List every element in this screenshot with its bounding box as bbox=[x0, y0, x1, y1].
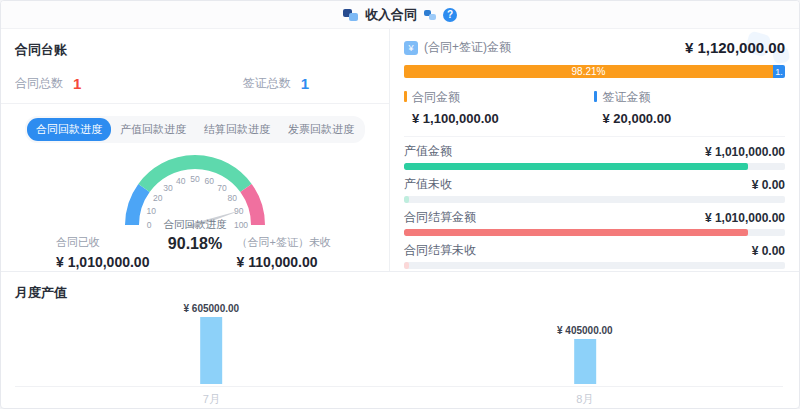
help-icon[interactable]: ? bbox=[443, 8, 457, 22]
total-amount-value: ¥ 1,120,000.00 bbox=[685, 39, 785, 56]
main-content: 合同台账 合同总数 1 签证总数 1 合同回款进度产值回款进度结算回款进度发票回… bbox=[1, 29, 799, 272]
monthly-output-title: 月度产值 bbox=[15, 284, 785, 302]
unreceived-value: ¥ 110,000.00 bbox=[237, 254, 331, 270]
legend-value: ¥ 20,000.00 bbox=[594, 111, 785, 126]
received-label: 合同已收 bbox=[56, 235, 149, 250]
metric-label: 产值金额 bbox=[404, 143, 452, 160]
metric-progress-fill bbox=[404, 229, 748, 236]
legend-label: 合同金额 bbox=[412, 90, 460, 104]
divider bbox=[404, 136, 785, 137]
metric-progress-fill bbox=[404, 262, 409, 269]
svg-text:80: 80 bbox=[227, 193, 237, 203]
svg-text:20: 20 bbox=[153, 193, 163, 203]
ledger-title: 合同台账 bbox=[15, 41, 375, 59]
monthly-output-bar-chart: ¥ 605000.00 7月¥ 405000.00 8月 bbox=[15, 304, 785, 409]
legend-color-chip bbox=[404, 91, 407, 102]
metric-value: ¥ 0.00 bbox=[752, 244, 785, 258]
stat-value: 1 bbox=[301, 75, 309, 92]
metric-row: 合同结算金额 ¥ 1,010,000.00 bbox=[404, 209, 785, 236]
stat-visa-count: 签证总数 1 bbox=[243, 75, 309, 92]
metric-row: 产值金额 ¥ 1,010,000.00 bbox=[404, 143, 785, 170]
metric-value: ¥ 1,010,000.00 bbox=[705, 211, 785, 225]
svg-text:合同回款进度: 合同回款进度 bbox=[163, 218, 227, 230]
page-title: 收入合同 bbox=[365, 6, 417, 24]
legend-visa-amount: 签证金额 ¥ 20,000.00 bbox=[594, 87, 785, 126]
income-contract-dashboard: 收入合同 ? 合同台账 合同总数 1 签证总数 1 合同回款 bbox=[0, 0, 800, 409]
monthly-output-section: 月度产值 ¥ 605000.00 7月¥ 405000.00 8月 bbox=[1, 272, 799, 409]
stacked-bar-legend: 合同金额 ¥ 1,100,000.00 签证金额 ¥ 20,000.00 bbox=[404, 87, 785, 126]
metrics-list: 产值金额 ¥ 1,010,000.00 产值未收 ¥ 0.00 合同结算金额 ¥… bbox=[404, 143, 785, 271]
svg-text:70: 70 bbox=[217, 183, 227, 193]
metric-progress-track bbox=[404, 163, 785, 170]
contract-visa-stacked-bar: 98.21%1. bbox=[404, 65, 785, 78]
svg-text:30: 30 bbox=[163, 183, 173, 193]
bar-value-label: ¥ 405000.00 bbox=[557, 325, 613, 336]
tab-item[interactable]: 结算回款进度 bbox=[195, 118, 279, 141]
bar-segment-contract: 98.21% bbox=[404, 65, 773, 78]
svg-text:0: 0 bbox=[147, 220, 152, 230]
mini-folders-icon bbox=[424, 9, 436, 20]
legend-contract-amount: 合同金额 ¥ 1,100,000.00 bbox=[404, 87, 595, 126]
tab-item[interactable]: 发票回款进度 bbox=[279, 118, 363, 141]
x-axis-label: 7月 bbox=[203, 392, 220, 407]
metric-row: 产值未收 ¥ 0.00 bbox=[404, 176, 785, 203]
bar-group-8月: ¥ 405000.00 bbox=[557, 325, 613, 384]
metric-label: 合同结算金额 bbox=[404, 209, 476, 226]
svg-text:60: 60 bbox=[204, 176, 214, 186]
stat-label: 签证总数 bbox=[243, 75, 291, 92]
unreceived-stat: （合同+签证）未收 ¥ 110,000.00 bbox=[237, 235, 331, 270]
metric-progress-track bbox=[404, 262, 785, 269]
legend-value: ¥ 1,100,000.00 bbox=[404, 111, 595, 126]
bar bbox=[200, 317, 222, 384]
metric-value: ¥ 1,010,000.00 bbox=[705, 145, 785, 159]
folders-icon bbox=[343, 8, 358, 21]
metric-label: 合同结算未收 bbox=[404, 242, 476, 259]
total-amount-label: (合同+签证)金额 bbox=[424, 39, 511, 56]
metric-label: 产值未收 bbox=[404, 176, 452, 193]
svg-text:10: 10 bbox=[147, 206, 157, 216]
metric-progress-track bbox=[404, 196, 785, 203]
ledger-summary: 合同台账 合同总数 1 签证总数 1 bbox=[1, 29, 389, 104]
unreceived-label: （合同+签证）未收 bbox=[237, 235, 331, 250]
amount-summary-panel: ¥ (合同+签证)金额 ¥ 1,120,000.00 98.21%1. 合同金额… bbox=[390, 29, 799, 271]
stat-value: 1 bbox=[73, 75, 81, 92]
svg-text:50: 50 bbox=[190, 174, 200, 184]
x-axis-line bbox=[15, 386, 783, 387]
metric-value: ¥ 0.00 bbox=[752, 178, 785, 192]
progress-tabs: 合同回款进度产值回款进度结算回款进度发票回款进度 bbox=[25, 116, 365, 143]
svg-text:40: 40 bbox=[176, 176, 186, 186]
received-stat: 合同已收 ¥ 1,010,000.00 bbox=[56, 235, 149, 270]
x-axis-label: 8月 bbox=[576, 392, 593, 407]
legend-label: 签证金额 bbox=[602, 90, 650, 104]
svg-text:90: 90 bbox=[234, 206, 244, 216]
svg-text:100: 100 bbox=[234, 220, 248, 230]
tab-active[interactable]: 合同回款进度 bbox=[27, 118, 111, 141]
legend-color-chip bbox=[594, 91, 597, 102]
bar-value-label: ¥ 605000.00 bbox=[184, 303, 240, 314]
bar-segment-visa: 1. bbox=[773, 65, 785, 78]
total-amount-row: ¥ (合同+签证)金额 ¥ 1,120,000.00 bbox=[404, 39, 785, 56]
collection-gauge-chart: 0102030405060708090100合同回款进度 bbox=[80, 148, 310, 240]
metric-row: 合同结算未收 ¥ 0.00 bbox=[404, 242, 785, 269]
metric-progress-track bbox=[404, 229, 785, 236]
contract-ledger-panel: 合同台账 合同总数 1 签证总数 1 合同回款进度产值回款进度结算回款进度发票回… bbox=[1, 29, 390, 271]
page-header: 收入合同 ? bbox=[1, 1, 799, 29]
metric-progress-fill bbox=[404, 196, 409, 203]
yen-doc-icon: ¥ bbox=[404, 41, 418, 55]
stat-label: 合同总数 bbox=[15, 75, 63, 92]
collection-progress-section: 合同回款进度产值回款进度结算回款进度发票回款进度 010203040506070… bbox=[1, 116, 389, 283]
bar-group-7月: ¥ 605000.00 bbox=[184, 303, 240, 384]
tab-item[interactable]: 产值回款进度 bbox=[111, 118, 195, 141]
bar bbox=[574, 339, 596, 384]
ledger-stats: 合同总数 1 签证总数 1 bbox=[15, 75, 375, 92]
received-value: ¥ 1,010,000.00 bbox=[56, 254, 149, 270]
stat-contract-count: 合同总数 1 bbox=[15, 75, 81, 92]
metric-progress-fill bbox=[404, 163, 748, 170]
